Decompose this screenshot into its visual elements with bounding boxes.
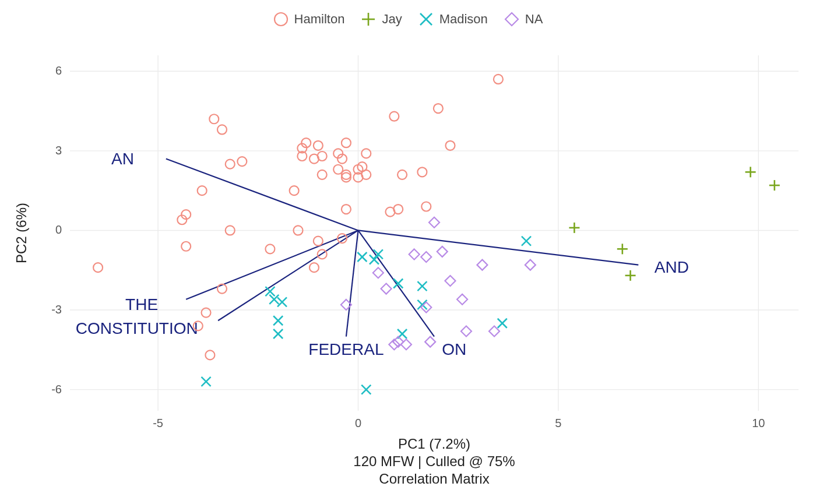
data-point: [393, 205, 403, 214]
plot-svg: ANANDTHECONSTITUTIONFEDERALON-50510-6-30…: [70, 55, 799, 411]
loading-vector-federal: [346, 230, 358, 336]
data-point: [425, 337, 435, 347]
data-point: [745, 167, 756, 177]
madison-marker-icon: [418, 12, 434, 27]
data-point: [617, 244, 628, 254]
legend-item-na: NA: [504, 12, 543, 27]
data-point: [498, 319, 507, 328]
loading-label-and: AND: [655, 258, 689, 276]
na-marker-icon: [504, 12, 519, 27]
legend-label-madison: Madison: [439, 12, 488, 27]
data-point: [522, 237, 531, 246]
data-point: [209, 114, 219, 124]
data-point: [389, 112, 399, 121]
data-point: [202, 308, 211, 318]
y-tick-label: -6: [51, 383, 62, 396]
data-point: [93, 263, 103, 272]
plot-area: ANANDTHECONSTITUTIONFEDERALON-50510-6-30…: [70, 55, 799, 411]
caption-line-1: 120 MFW | Culled @ 75%: [353, 453, 515, 469]
data-point: [457, 294, 467, 305]
loading-label-on: ON: [442, 340, 466, 358]
data-point: [226, 160, 235, 169]
data-point: [342, 138, 351, 147]
data-point: [429, 217, 439, 228]
data-point: [318, 170, 327, 179]
legend-item-madison: Madison: [418, 12, 488, 27]
data-point: [361, 149, 371, 158]
data-point: [273, 316, 283, 325]
data-point: [461, 326, 472, 336]
y-tick-label: -3: [51, 303, 62, 316]
data-point: [381, 284, 392, 294]
loading-vector-constitution: [218, 230, 358, 320]
data-point: [265, 244, 275, 253]
data-point: [434, 104, 443, 113]
data-point: [205, 350, 214, 360]
data-point: [445, 141, 455, 150]
pca-biplot: HamiltonJayMadisonNA ANANDTHECONSTITUTIO…: [0, 0, 816, 504]
data-point: [181, 242, 191, 251]
data-point: [445, 276, 455, 286]
x-axis-title: PC1 (7.2%): [398, 436, 470, 452]
loading-vector-and: [358, 230, 639, 265]
loading-label-constitution: CONSTITUTION: [76, 319, 198, 337]
data-point: [494, 75, 503, 84]
data-point: [398, 170, 407, 179]
y-axis-title: PC2 (6%): [13, 203, 29, 263]
data-point: [202, 377, 211, 386]
legend-label-jay: Jay: [382, 12, 402, 27]
data-point: [370, 255, 379, 265]
data-point: [569, 223, 579, 233]
data-point: [290, 186, 299, 195]
data-point: [277, 297, 287, 306]
y-tick-label: 6: [55, 64, 62, 77]
caption-line-2: Correlation Matrix: [379, 471, 489, 487]
data-point: [625, 270, 636, 281]
x-tick-label: 0: [355, 417, 361, 429]
loading-label-an: AN: [111, 150, 134, 168]
x-tick-label: 5: [555, 417, 561, 429]
loading-label-federal: FEDERAL: [308, 340, 384, 358]
data-point: [421, 252, 431, 262]
data-point: [342, 205, 351, 214]
x-tick-label: 10: [752, 417, 765, 429]
loading-vector-an: [166, 159, 358, 231]
data-point: [273, 329, 283, 339]
y-tick-label: 0: [55, 223, 62, 236]
data-point: [237, 157, 247, 166]
data-point: [417, 167, 427, 177]
data-point: [198, 186, 207, 195]
data-point: [217, 125, 227, 134]
data-point: [477, 260, 487, 270]
data-point: [361, 170, 371, 179]
data-point: [314, 237, 323, 246]
svg-marker-5: [505, 13, 518, 26]
data-point: [417, 281, 427, 291]
data-point: [314, 141, 323, 150]
hamilton-marker-icon: [273, 12, 289, 27]
jay-marker-icon: [361, 12, 376, 27]
legend-item-jay: Jay: [361, 12, 402, 27]
data-point: [309, 263, 319, 272]
data-point: [525, 260, 536, 270]
svg-point-0: [275, 13, 287, 26]
data-point: [373, 267, 384, 278]
data-point: [318, 151, 327, 161]
legend: HamiltonJayMadisonNA: [0, 12, 816, 30]
loading-label-the: THE: [125, 295, 158, 313]
x-tick-label: -5: [153, 417, 163, 429]
loading-vector-on: [358, 230, 434, 336]
legend-label-na: NA: [525, 12, 543, 27]
y-tick-label: 3: [55, 144, 62, 157]
data-point: [421, 202, 431, 211]
data-point: [769, 180, 780, 191]
data-point: [409, 249, 420, 259]
data-point: [437, 246, 448, 257]
legend-label-hamilton: Hamilton: [294, 12, 345, 27]
data-point: [357, 252, 367, 262]
legend-item-hamilton: Hamilton: [273, 12, 345, 27]
